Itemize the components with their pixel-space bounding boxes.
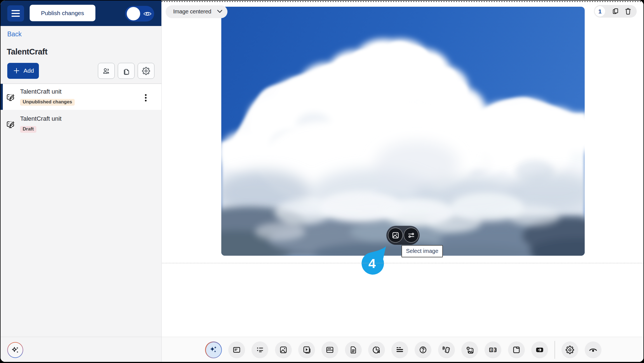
svg-text:1: 1 — [490, 348, 492, 352]
svg-text:2: 2 — [494, 348, 496, 352]
